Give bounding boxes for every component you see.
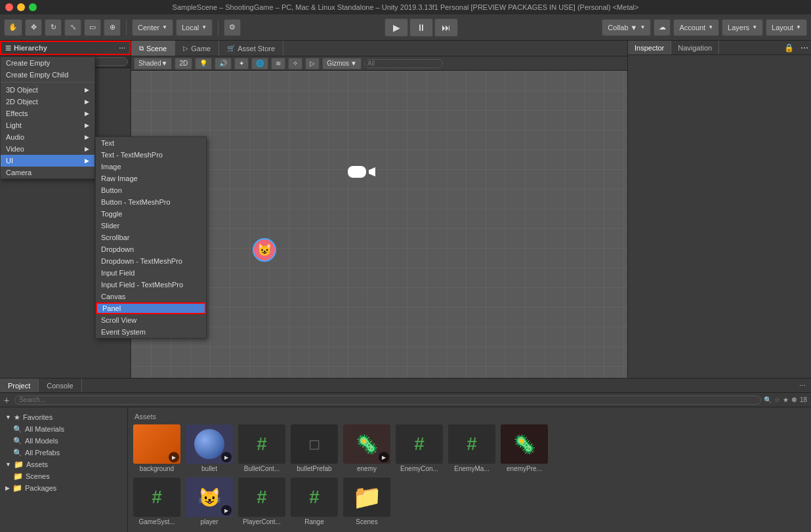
tab-project[interactable]: Project <box>0 379 39 392</box>
tab-scene[interactable]: ⧉ Scene <box>131 41 175 56</box>
asset-bulletprefab[interactable]: ◻ bulletPrefab <box>291 424 338 472</box>
close-button[interactable] <box>5 3 13 11</box>
collab-button[interactable]: Collab ▼ <box>602 19 651 36</box>
menu-create-empty[interactable]: Create Empty <box>1 57 94 69</box>
submenu-scrollbar[interactable]: Scrollbar <box>96 232 206 243</box>
submenu-slider[interactable]: Slider <box>96 220 206 232</box>
tab-game[interactable]: ▷ Game <box>175 41 219 56</box>
layout-button[interactable]: Layout <box>766 19 807 36</box>
tab-console[interactable]: Console <box>39 379 81 392</box>
project-star-icon[interactable]: ☆ <box>774 396 780 403</box>
bullet-play-btn[interactable]: ▶ <box>221 452 232 462</box>
project-search-input[interactable] <box>14 396 761 405</box>
custom-tool-btn[interactable]: ⚙ <box>224 19 241 36</box>
menu-effects[interactable]: Effects <box>1 108 94 119</box>
asset-background[interactable]: ▶ background <box>133 424 180 472</box>
maximize-button[interactable] <box>29 3 37 11</box>
submenu-text-tmp[interactable]: Text - TextMeshPro <box>96 149 206 161</box>
account-button[interactable]: Account <box>673 19 719 36</box>
tree-all-prefabs[interactable]: 🔍 All Prefabs <box>3 447 125 459</box>
hand-tool-btn[interactable]: ✋ <box>4 19 22 36</box>
menu-camera[interactable]: Camera <box>1 167 94 178</box>
menu-2d-object[interactable]: 2D Object <box>1 96 94 108</box>
asset-bulletcont-thumb: # <box>238 424 285 464</box>
inspector-menu-btn[interactable]: ⋯ <box>798 41 811 54</box>
pivot-local-btn[interactable]: Local <box>176 19 213 36</box>
submenu-canvas[interactable]: Canvas <box>96 291 206 302</box>
pivot-center-btn[interactable]: Center <box>132 19 173 36</box>
menu-ui[interactable]: UI <box>1 155 94 167</box>
tree-all-models[interactable]: 🔍 All Models <box>3 435 125 447</box>
scene-toolbar: Shaded ▼ 2D 💡 🔊 ✦ 🌐 ≋ ✧ ▷ Gizmos ▼ <box>131 56 627 71</box>
asset-bullet[interactable]: ▶ bullet <box>186 424 233 472</box>
submenu-input-field-tmp[interactable]: Input Field - TextMeshPro <box>96 279 206 291</box>
menu-audio[interactable]: Audio <box>1 131 94 143</box>
fog-btn[interactable]: ≋ <box>271 58 285 70</box>
layers-button[interactable]: Layers <box>722 19 763 36</box>
bg-play-btn[interactable]: ▶ <box>169 452 179 462</box>
asset-enemyma[interactable]: # EnemyMa... <box>448 424 495 472</box>
hierarchy-lock-btn[interactable]: ⋯ <box>119 45 125 52</box>
menu-video[interactable]: Video <box>1 143 94 155</box>
asset-enemy[interactable]: 🦠 ▶ enemy <box>343 424 390 472</box>
pause-button[interactable]: ⏸ <box>409 18 433 37</box>
audio-btn[interactable]: 🔊 <box>215 58 232 70</box>
submenu-button-tmp[interactable]: Button - TextMeshPro <box>96 196 206 208</box>
submenu-dropdown[interactable]: Dropdown <box>96 243 206 255</box>
submenu-raw-image[interactable]: Raw Image <box>96 173 206 184</box>
tree-favorites[interactable]: ▼ ★ Favorites <box>3 411 125 423</box>
submenu-panel[interactable]: Panel <box>96 302 206 314</box>
submenu-toggle[interactable]: Toggle <box>96 208 206 220</box>
menu-3d-object[interactable]: 3D Object <box>1 84 94 96</box>
tab-asset-store[interactable]: 🛒 Asset Store <box>219 41 283 56</box>
fx-btn[interactable]: ✦ <box>234 58 249 70</box>
rotate-tool-btn[interactable]: ↻ <box>45 19 62 36</box>
submenu-event-system[interactable]: Event System <box>96 326 206 338</box>
tree-packages[interactable]: ▶ 📁 Packages <box>3 482 125 494</box>
asset-range[interactable]: # Range <box>291 478 338 525</box>
minimize-button[interactable] <box>17 3 25 11</box>
asset-enemycont[interactable]: # EnemyCon... <box>396 424 443 472</box>
scene-search-input[interactable] <box>364 59 443 68</box>
tree-scenes[interactable]: 📁 Scenes <box>3 470 125 482</box>
project-menu-btn[interactable]: ⋯ <box>794 379 811 392</box>
rect-tool-btn[interactable]: ▭ <box>84 19 101 36</box>
gizmos-btn[interactable]: Gizmos ▼ <box>322 58 362 70</box>
asset-scenes[interactable]: 📁 Scenes <box>343 478 390 525</box>
tree-all-materials[interactable]: 🔍 All Materials <box>3 423 125 435</box>
animated-btn[interactable]: ▷ <box>305 58 320 70</box>
tree-assets[interactable]: ▼ 📁 Assets <box>3 459 125 470</box>
scale-tool-btn[interactable]: ⤡ <box>64 19 81 36</box>
cloud-button[interactable]: ☁ <box>654 19 671 36</box>
multi-tool-btn[interactable]: ⊕ <box>104 19 121 36</box>
asset-enemypre[interactable]: 🦠 enemyPre... <box>501 424 548 472</box>
shading-mode-btn[interactable]: Shaded ▼ <box>134 58 172 70</box>
step-button[interactable]: ⏭ <box>434 18 458 37</box>
flare-btn[interactable]: ✧ <box>288 58 302 70</box>
tab-navigation[interactable]: Navigation <box>671 41 719 54</box>
submenu-text[interactable]: Text <box>96 137 206 149</box>
tab-inspector[interactable]: Inspector <box>628 41 671 54</box>
lighting-btn[interactable]: 💡 <box>195 58 212 70</box>
skybox-btn[interactable]: 🌐 <box>251 58 268 70</box>
asset-playercont[interactable]: # PlayerCont... <box>238 478 285 525</box>
menu-create-empty-child[interactable]: Create Empty Child <box>1 69 94 81</box>
2d-mode-btn[interactable]: 2D <box>175 58 192 70</box>
move-tool-btn[interactable]: ✥ <box>25 19 42 36</box>
play-button[interactable]: ▶ <box>385 18 408 37</box>
project-fav-icon[interactable]: ★ <box>783 396 789 403</box>
asset-gamesyst[interactable]: # GameSyst... <box>133 478 180 525</box>
project-add-btn[interactable]: + <box>4 395 9 405</box>
inspector-lock-btn[interactable]: 🔒 <box>780 41 798 54</box>
enemy-play-btn[interactable]: ▶ <box>379 452 389 462</box>
submenu-image[interactable]: Image <box>96 161 206 173</box>
asset-bulletcont[interactable]: # BulletCont... <box>238 424 285 472</box>
player-play-btn[interactable]: ▶ <box>221 505 232 516</box>
submenu-dropdown-tmp[interactable]: Dropdown - TextMeshPro <box>96 255 206 267</box>
menu-light[interactable]: Light <box>1 119 94 131</box>
submenu-input-field[interactable]: Input Field <box>96 267 206 279</box>
submenu-button[interactable]: Button <box>96 184 206 196</box>
game-tab-icon: ▷ <box>183 45 188 52</box>
asset-player[interactable]: 😺 ▶ player <box>186 478 233 525</box>
submenu-scroll-view[interactable]: Scroll View <box>96 314 206 326</box>
